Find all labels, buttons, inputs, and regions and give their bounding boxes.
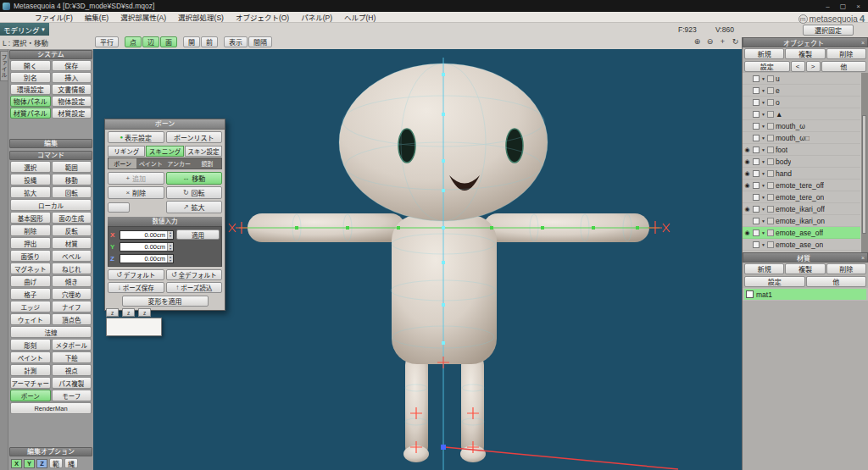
menu-item[interactable]: ヘルプ(H) xyxy=(338,12,381,22)
object-checkbox[interactable] xyxy=(753,123,760,130)
object-scrollbar[interactable] xyxy=(861,73,868,252)
visibility-icon[interactable]: ◉ xyxy=(743,147,751,153)
numeric-field[interactable]: 0.00cm▴▾ xyxy=(120,242,174,252)
system-button[interactable]: 文書情報 xyxy=(52,84,92,95)
command-button[interactable]: 頂点色 xyxy=(52,313,92,325)
object-panel-button[interactable]: 新規 xyxy=(744,48,784,59)
expand-icon[interactable]: ▼ xyxy=(761,218,765,224)
apply-button[interactable]: 適用 xyxy=(176,229,220,240)
visibility-icon[interactable]: ◉ xyxy=(743,206,751,213)
object-list-item[interactable]: ◉▼body xyxy=(743,156,860,168)
object-checkbox[interactable] xyxy=(753,111,760,118)
object-checkbox[interactable] xyxy=(753,241,760,248)
system-panel-header[interactable]: システム xyxy=(9,50,92,59)
command-button[interactable]: ねじれ xyxy=(52,263,92,274)
expand-icon[interactable]: ▼ xyxy=(761,242,765,247)
bone-action-button[interactable]: ↑ポーズ読込 xyxy=(166,282,223,293)
command-button[interactable]: RenderMan xyxy=(10,402,92,414)
object-list-item[interactable]: ▼u xyxy=(743,73,860,85)
command-button[interactable]: 拡大 xyxy=(10,186,51,198)
material-panel-button[interactable]: 他 xyxy=(806,276,867,287)
object-list-item[interactable]: ▼emote_tere_on xyxy=(743,191,860,203)
system-button[interactable]: 開く xyxy=(10,60,51,71)
command-button[interactable]: 反転 xyxy=(52,224,92,236)
numeric-field[interactable]: 0.00cm▴▾ xyxy=(120,254,174,263)
command-button[interactable]: ローカル xyxy=(10,199,92,211)
selection-lock-button[interactable]: 選択固定 xyxy=(803,25,854,36)
object-panel-button[interactable]: < xyxy=(791,61,805,72)
object-list-item[interactable]: ◉▼hand xyxy=(743,168,860,180)
material-panel-button[interactable]: 複製 xyxy=(785,263,825,274)
bone-list-button[interactable]: ボーンリスト xyxy=(166,131,223,143)
view-toggle[interactable]: 平行 xyxy=(95,36,119,47)
object-checkbox[interactable] xyxy=(753,229,760,236)
object-panel-close-icon[interactable]: × xyxy=(861,40,865,46)
axis-lock-x[interactable]: X xyxy=(11,459,22,468)
bone-tool[interactable] xyxy=(108,202,130,213)
object-checkbox[interactable] xyxy=(753,206,760,213)
command-button[interactable]: マグネット xyxy=(10,263,51,274)
expand-icon[interactable]: ▼ xyxy=(761,88,765,93)
view-toggle[interactable]: 開 xyxy=(183,36,200,47)
bone-tool[interactable]: ↗拡大 xyxy=(166,201,223,213)
command-button[interactable]: ボーン xyxy=(10,390,51,401)
spinner-icon[interactable]: ▴▾ xyxy=(167,231,173,239)
spinner-icon[interactable]: ▴▾ xyxy=(167,255,173,263)
edit-options-header[interactable]: 編集オプション xyxy=(9,447,92,456)
bone-action-button[interactable]: ↺デフォルト xyxy=(108,269,164,280)
object-list-item[interactable]: ▼e xyxy=(743,85,860,97)
object-checkbox[interactable] xyxy=(753,99,760,106)
object-checkbox[interactable] xyxy=(753,147,760,153)
expand-icon[interactable]: ▼ xyxy=(761,147,765,152)
axis-lock-z[interactable]: Z xyxy=(36,459,47,468)
command-button[interactable]: 穴埋め xyxy=(52,288,92,300)
command-button[interactable]: 範囲 xyxy=(52,161,92,173)
material-panel-button[interactable]: 設定 xyxy=(744,276,805,287)
bone-tab[interactable]: スキン設定 xyxy=(185,146,222,157)
mini-tab[interactable]: z xyxy=(122,308,135,317)
bone-subtab[interactable]: アンカー xyxy=(165,158,193,169)
expand-icon[interactable]: ▼ xyxy=(761,124,765,129)
menu-item[interactable]: 編集(E) xyxy=(79,12,114,22)
scrollbar-thumb[interactable] xyxy=(862,115,866,234)
expand-icon[interactable]: ▼ xyxy=(761,230,765,235)
command-button[interactable]: 投縄 xyxy=(10,174,51,185)
command-button[interactable]: エッジ xyxy=(10,301,51,312)
bone-panel-title[interactable]: ボーン xyxy=(105,119,225,130)
command-button[interactable]: アーマチャー xyxy=(10,377,51,389)
rotate-view-icon[interactable]: ↻ xyxy=(730,36,741,47)
system-button[interactable]: 別名 xyxy=(10,72,51,83)
command-button[interactable]: 計測 xyxy=(10,364,51,376)
system-button[interactable]: 物体パネル xyxy=(10,96,51,107)
view-toggle[interactable]: 表示 xyxy=(224,36,248,47)
visibility-icon[interactable]: ◉ xyxy=(743,158,751,165)
menu-item[interactable]: パネル(P) xyxy=(295,12,338,22)
command-button[interactable]: 彫刻 xyxy=(10,339,51,351)
command-button[interactable]: 押出 xyxy=(10,237,51,249)
maximize-button[interactable]: ▢ xyxy=(836,1,850,11)
object-list-item[interactable]: ▼▲ xyxy=(743,108,860,120)
command-button[interactable]: メタボール xyxy=(52,339,92,351)
command-button[interactable]: パス複製 xyxy=(52,377,92,389)
command-button[interactable]: 傾き xyxy=(52,275,92,287)
spinner-icon[interactable]: ▴▾ xyxy=(167,243,173,251)
material-panel-button[interactable]: 削除 xyxy=(826,263,866,274)
view-toggle[interactable]: 面 xyxy=(160,36,177,47)
bone-tool[interactable]: ↔移動 xyxy=(166,172,223,185)
object-checkbox[interactable] xyxy=(753,218,760,224)
pan-icon[interactable]: + xyxy=(717,36,728,47)
command-panel-header[interactable]: コマンド xyxy=(9,151,92,160)
object-checkbox[interactable] xyxy=(753,182,760,189)
object-checkbox[interactable] xyxy=(753,194,760,201)
object-panel-button[interactable]: 削除 xyxy=(826,48,866,59)
object-checkbox[interactable] xyxy=(753,75,760,82)
apply-transform-button[interactable]: 変形を適用 xyxy=(122,296,209,307)
expand-icon[interactable]: ▼ xyxy=(761,76,765,81)
object-list-item[interactable]: ▼emote_ase_on xyxy=(743,239,860,251)
command-button[interactable]: 下絵 xyxy=(52,351,92,363)
file-panel-tab[interactable]: ファイル xyxy=(0,51,8,81)
object-list-item[interactable]: ▼o xyxy=(743,97,860,108)
command-button[interactable]: 選択 xyxy=(10,161,51,173)
menu-item[interactable]: 選択部属性(A) xyxy=(114,12,172,22)
system-button[interactable]: 材質設定 xyxy=(52,108,92,119)
